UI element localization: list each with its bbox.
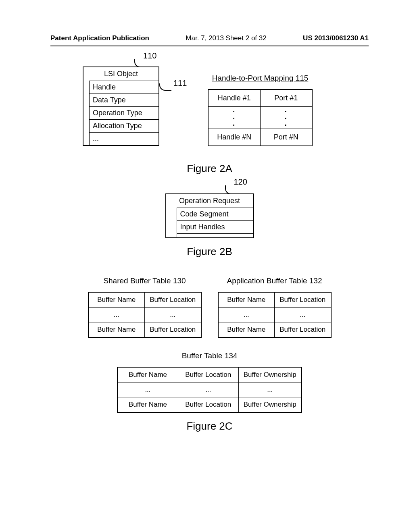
abt-b2: Buffer Location bbox=[275, 322, 331, 338]
leader-110-icon bbox=[134, 59, 145, 67]
sbt-h2: Buffer Location bbox=[145, 292, 201, 308]
header-rule bbox=[50, 46, 369, 46]
operation-request-diagram: 120 Operation Request Code Segment Input… bbox=[165, 193, 254, 238]
leader-120-icon bbox=[225, 185, 236, 194]
sbt-h1: Buffer Name bbox=[88, 292, 145, 308]
abt-b1: Buffer Name bbox=[218, 322, 275, 338]
hpm-row-n: Handle #N Port #N bbox=[208, 129, 312, 146]
lsi-row-operation-type: Operation Type bbox=[89, 106, 159, 119]
hpm-handle-dots: ··· bbox=[208, 107, 260, 129]
page-header: Patent Application Publication Mar. 7, 2… bbox=[50, 34, 369, 46]
leader-111-icon bbox=[159, 83, 171, 91]
application-buffer-table: Buffer Name Buffer Location ... ... Buff… bbox=[218, 292, 332, 338]
hpm-table: Handle #1 Port #1 ··· ··· Handle #N Port… bbox=[208, 89, 313, 146]
application-buffer-table-wrap: Application Buffer Table 132 Buffer Name… bbox=[218, 276, 332, 338]
lsi-object-title: LSI Object bbox=[83, 67, 159, 81]
hpm-port-n: Port #N bbox=[260, 129, 312, 146]
lsi-object-box: LSI Object Handle Data Type Operation Ty… bbox=[83, 66, 159, 146]
abt-d2: ... bbox=[275, 308, 331, 322]
figure-2c-top-tables: Shared Buffer Table 130 Buffer Name Buff… bbox=[50, 276, 369, 338]
sbt-d2: ... bbox=[145, 308, 201, 322]
bt-b1: Buffer Name bbox=[117, 397, 178, 413]
opreq-row-code-segment: Code Segment bbox=[177, 208, 253, 220]
sbt-title: Shared Buffer Table 130 bbox=[88, 276, 202, 285]
handle-port-mapping: Handle-to-Port Mapping 115 Handle #1 Por… bbox=[208, 74, 313, 146]
hpm-row-1: Handle #1 Port #1 bbox=[208, 89, 312, 107]
operation-request-title: Operation Request bbox=[166, 194, 253, 208]
lsi-row-handle: Handle bbox=[89, 81, 159, 94]
header-patent-number: US 2013/0061230 A1 bbox=[303, 34, 369, 42]
abt-h1: Buffer Name bbox=[218, 292, 275, 308]
operation-request-box: Operation Request Code Segment Input Han… bbox=[165, 193, 254, 238]
abt-h2: Buffer Location bbox=[275, 292, 331, 308]
abt-d1: ... bbox=[218, 308, 275, 322]
shared-buffer-table: Buffer Name Buffer Location ... ... Buff… bbox=[88, 292, 202, 338]
table-row: Buffer Name Buffer Location Buffer Owner… bbox=[117, 397, 302, 413]
table-row: ... ... ... bbox=[117, 382, 302, 397]
bt-h1: Buffer Name bbox=[117, 367, 178, 382]
table-row: Buffer Name Buffer Location bbox=[218, 322, 331, 338]
table-row: Buffer Name Buffer Location bbox=[88, 292, 201, 308]
header-date-sheet: Mar. 7, 2013 Sheet 2 of 32 bbox=[186, 34, 266, 42]
table-row: Buffer Name Buffer Location bbox=[218, 292, 331, 308]
bt-title: Buffer Table 134 bbox=[182, 351, 238, 360]
bt-d3: ... bbox=[238, 382, 302, 397]
lsi-row-ellipsis: ... bbox=[89, 132, 159, 145]
table-row: ... ... bbox=[218, 308, 331, 322]
sbt-b2: Buffer Location bbox=[145, 322, 201, 338]
sbt-d1: ... bbox=[88, 308, 145, 322]
opreq-row-input-handles: Input Handles bbox=[177, 220, 253, 233]
shared-buffer-table-wrap: Shared Buffer Table 130 Buffer Name Buff… bbox=[88, 276, 202, 338]
buffer-table-wrap: Buffer Table 134 Buffer Name Buffer Loca… bbox=[50, 351, 369, 413]
buffer-table: Buffer Name Buffer Location Buffer Owner… bbox=[117, 367, 302, 413]
lsi-row-allocation-type: Allocation Type bbox=[89, 119, 159, 132]
bt-h3: Buffer Ownership bbox=[238, 367, 302, 382]
figure-2b: 120 Operation Request Code Segment Input… bbox=[50, 193, 369, 238]
hpm-port-dots: ··· bbox=[260, 107, 312, 129]
sbt-b1: Buffer Name bbox=[88, 322, 145, 338]
callout-111: 111 bbox=[173, 79, 187, 88]
bt-b3: Buffer Ownership bbox=[238, 397, 302, 413]
figure-2a-label: Figure 2A bbox=[50, 162, 369, 175]
figure-2c-label: Figure 2C bbox=[50, 420, 369, 432]
table-row: Buffer Name Buffer Location bbox=[88, 322, 201, 338]
hpm-handle-n: Handle #N bbox=[208, 129, 260, 146]
patent-page: Patent Application Publication Mar. 7, 2… bbox=[0, 0, 413, 467]
table-row: ... ... bbox=[88, 308, 201, 322]
opreq-spacer bbox=[177, 233, 253, 237]
table-row: Buffer Name Buffer Location Buffer Owner… bbox=[117, 367, 302, 382]
header-publication: Patent Application Publication bbox=[50, 34, 149, 42]
figure-2a: 110 111 LSI Object Handle Data Type Oper… bbox=[83, 66, 369, 146]
callout-110: 110 bbox=[143, 51, 156, 60]
bt-b2: Buffer Location bbox=[178, 397, 238, 413]
abt-title: Application Buffer Table 132 bbox=[218, 276, 332, 285]
callout-120: 120 bbox=[234, 177, 247, 187]
hpm-title: Handle-to-Port Mapping 115 bbox=[208, 74, 313, 83]
bt-d2: ... bbox=[178, 382, 238, 397]
bt-d1: ... bbox=[117, 382, 178, 397]
lsi-row-data-type: Data Type bbox=[89, 94, 159, 106]
hpm-row-dots: ··· ··· bbox=[208, 107, 312, 129]
lsi-object-diagram: 110 111 LSI Object Handle Data Type Oper… bbox=[83, 66, 159, 146]
bt-h2: Buffer Location bbox=[178, 367, 238, 382]
figure-2b-label: Figure 2B bbox=[50, 245, 369, 258]
